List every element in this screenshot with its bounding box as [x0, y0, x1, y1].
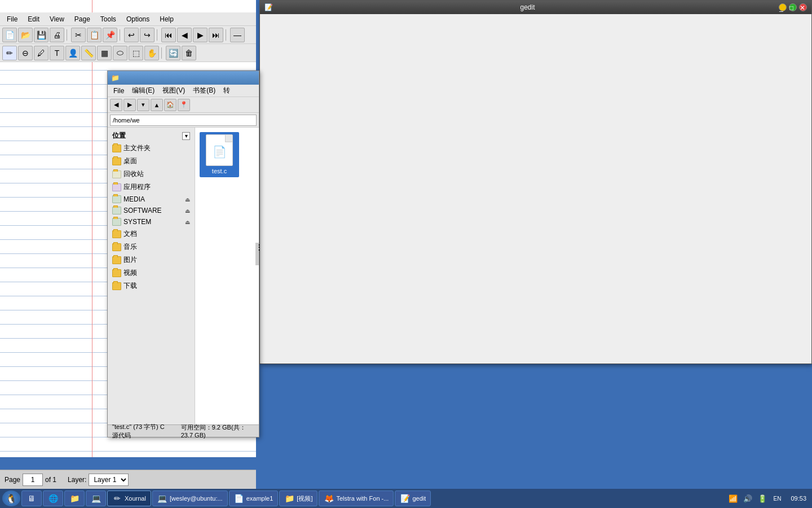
paste-button[interactable]: 📌: [103, 28, 117, 42]
highlighter-tool-button[interactable]: 🖊: [34, 46, 48, 60]
clear-button[interactable]: 🗑: [182, 46, 196, 60]
tray-volume-icon[interactable]: 🔊: [742, 493, 753, 504]
fm-item-home[interactable]: 主文件夹: [108, 142, 195, 155]
gedit-minimize-button[interactable]: _: [779, 3, 787, 11]
fm-folder-media-icon: [112, 195, 121, 203]
print-button[interactable]: 🖨: [50, 28, 64, 42]
tray-battery-icon[interactable]: 🔋: [757, 493, 768, 504]
fm-item-system[interactable]: SYSTEM ⏏: [108, 216, 195, 227]
taskbar-example1-btn[interactable]: 📄 example1: [229, 491, 279, 506]
fm-dropdown-button[interactable]: ▾: [137, 99, 149, 111]
fm-menu-edit[interactable]: 编辑(E): [129, 85, 158, 97]
fm-eject-system-icon[interactable]: ⏏: [185, 219, 190, 225]
gedit-close-button[interactable]: ✕: [799, 3, 807, 11]
xournal-menu-options[interactable]: Options: [122, 14, 154, 24]
resize-handle[interactable]: ⋮: [255, 243, 259, 265]
fm-item-music[interactable]: 音乐: [108, 240, 195, 253]
gedit-maximize-button[interactable]: □: [789, 3, 797, 11]
save-button[interactable]: 💾: [34, 28, 48, 42]
taskbar-video-btn[interactable]: 📁 [视频]: [279, 491, 317, 506]
new-button[interactable]: 📄: [2, 28, 17, 42]
select-tool-button[interactable]: ⬚: [129, 46, 143, 60]
gedit-content-area[interactable]: [260, 14, 811, 364]
taskbar-files-btn[interactable]: 📁: [64, 491, 85, 506]
fm-sidebar-header: 位置 ▾: [108, 130, 195, 142]
taskbar-example1-icon: 📄: [234, 493, 244, 503]
taskbar-desktop-btn[interactable]: 🖥: [21, 491, 42, 506]
fm-location-button[interactable]: 📍: [178, 99, 190, 111]
fm-menu-bookmarks[interactable]: 书签(B): [189, 85, 219, 97]
next-page-button[interactable]: ▶: [193, 28, 208, 42]
fm-file-testc-label: test.c: [210, 167, 228, 175]
fm-folder-trash-icon: [112, 170, 121, 178]
taskbar-files-icon: 📁: [69, 493, 80, 503]
fm-back-button[interactable]: ◀: [110, 99, 122, 111]
taskbar-example1-label: example1: [246, 495, 273, 502]
ruler-tool-button[interactable]: 📏: [81, 46, 96, 60]
fm-menu-view[interactable]: 视图(V): [159, 85, 188, 97]
open-button[interactable]: 📂: [18, 28, 33, 42]
fm-item-system-label: SYSTEM: [123, 218, 151, 226]
taskbar-gedit-btn[interactable]: 📝 gedit: [395, 491, 431, 506]
move-tool-button[interactable]: ✋: [144, 46, 159, 60]
copy-button[interactable]: 📋: [87, 28, 102, 42]
prev-page-button[interactable]: ◀: [177, 28, 192, 42]
taskbar-terminal2-icon: 💻: [157, 493, 167, 503]
fm-item-software[interactable]: SOFTWARE ⏏: [108, 205, 195, 216]
last-page-button[interactable]: ⏭: [209, 28, 223, 42]
rectangle-tool-button[interactable]: ▦: [97, 46, 112, 60]
fm-toolbar: ◀ ▶ ▾ ▲ 🏠 📍: [108, 97, 259, 113]
fm-sidebar-dropdown[interactable]: ▾: [182, 132, 190, 140]
fm-forward-button[interactable]: ▶: [123, 99, 136, 111]
fm-item-downloads[interactable]: 下载: [108, 279, 195, 292]
layer-select[interactable]: Layer 1: [89, 474, 129, 486]
fm-file-testc[interactable]: 📄 test.c: [200, 132, 239, 177]
xournal-menu-edit[interactable]: Edit: [23, 14, 44, 24]
start-button[interactable]: 🐧: [2, 491, 20, 506]
ellipse-tool-button[interactable]: ⬭: [113, 46, 127, 60]
fm-status-left: "test.c" (73 字节) C 源代码: [112, 423, 172, 440]
taskbar-browser-btn[interactable]: 🌐: [43, 491, 63, 506]
tray-network-icon[interactable]: 📶: [727, 493, 739, 504]
first-page-button[interactable]: ⏮: [161, 28, 176, 42]
undo-button[interactable]: ↩: [124, 28, 139, 42]
xournal-menu-file[interactable]: File: [2, 14, 22, 24]
fm-sidebar: 位置 ▾ 主文件夹 桌面 回收站 应用程序 MEDIA ⏏: [108, 128, 195, 424]
xournal-menu-page[interactable]: Page: [70, 14, 95, 24]
refresh-button[interactable]: 🔄: [166, 46, 180, 60]
xournal-menu-view[interactable]: View: [45, 14, 69, 24]
redo-button[interactable]: ↪: [140, 28, 155, 42]
fm-up-button[interactable]: ▲: [151, 99, 163, 111]
zoom-out-button[interactable]: —: [230, 28, 245, 42]
fm-eject-software-icon[interactable]: ⏏: [185, 208, 190, 214]
fm-home-button[interactable]: 🏠: [164, 99, 176, 111]
taskbar-xournal-btn[interactable]: ✏ Xournal: [107, 491, 151, 506]
pen-tool-button[interactable]: ✏: [2, 46, 17, 60]
taskbar-clock[interactable]: 09:53: [787, 495, 810, 502]
tray-keyboard-icon[interactable]: EN: [771, 493, 783, 504]
fm-item-trash[interactable]: 回收站: [108, 168, 195, 181]
fm-menu-goto[interactable]: 转: [220, 85, 233, 97]
taskbar-firefox-btn[interactable]: 🦊 Telstra with Fon -...: [319, 491, 394, 506]
fm-titlebar[interactable]: 📁: [108, 71, 259, 85]
xournal-menu-help[interactable]: Help: [155, 14, 178, 24]
fm-item-apps[interactable]: 应用程序: [108, 181, 195, 194]
fm-path-input[interactable]: [110, 115, 257, 126]
fm-eject-media-icon[interactable]: ⏏: [185, 196, 190, 203]
eraser-tool-button[interactable]: ⊖: [18, 46, 33, 60]
taskbar-terminal2-btn[interactable]: 💻 [wesley@ubuntu:...: [152, 491, 228, 506]
taskbar-terminal-btn[interactable]: 💻: [86, 491, 106, 506]
fm-item-docs[interactable]: 文档: [108, 227, 195, 240]
xournal-menu-tools[interactable]: Tools: [96, 14, 121, 24]
fm-item-desktop[interactable]: 桌面: [108, 155, 195, 168]
text-tool-button[interactable]: T: [50, 46, 64, 60]
fm-item-pictures-label: 图片: [123, 255, 137, 265]
fm-item-videos[interactable]: 视频: [108, 266, 195, 279]
taskbar-gedit-label: gedit: [412, 495, 426, 502]
cut-button[interactable]: ✂: [71, 28, 86, 42]
image-tool-button[interactable]: 👤: [65, 46, 80, 60]
page-number-input[interactable]: [23, 474, 43, 486]
fm-item-media[interactable]: MEDIA ⏏: [108, 194, 195, 205]
fm-menu-file[interactable]: File: [110, 86, 127, 96]
fm-item-pictures[interactable]: 图片: [108, 253, 195, 266]
